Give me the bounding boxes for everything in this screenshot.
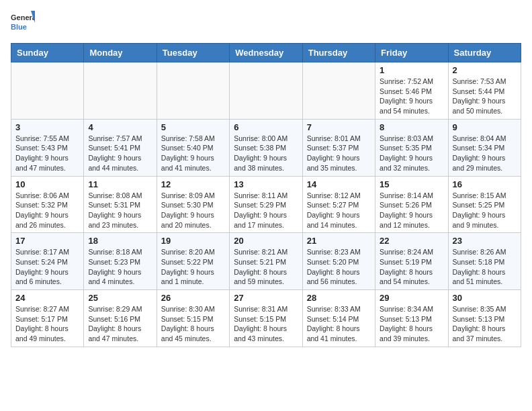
svg-text:General: General <box>11 13 35 21</box>
day-info: Sunrise: 8:03 AM Sunset: 5:35 PM Dayligh… <box>380 134 443 173</box>
calendar-cell: 24Sunrise: 8:27 AM Sunset: 5:17 PM Dayli… <box>11 290 84 347</box>
day-info: Sunrise: 8:20 AM Sunset: 5:22 PM Dayligh… <box>161 247 225 287</box>
calendar-cell: 15Sunrise: 8:14 AM Sunset: 5:26 PM Dayli… <box>375 176 448 233</box>
calendar-cell <box>230 62 302 120</box>
day-number: 14 <box>307 179 371 189</box>
day-number: 7 <box>307 122 371 132</box>
day-info: Sunrise: 8:01 AM Sunset: 5:37 PM Dayligh… <box>307 134 371 173</box>
calendar-cell: 4Sunrise: 7:57 AM Sunset: 5:41 PM Daylig… <box>84 119 157 176</box>
calendar-cell: 30Sunrise: 8:35 AM Sunset: 5:13 PM Dayli… <box>448 290 521 347</box>
day-info: Sunrise: 8:31 AM Sunset: 5:15 PM Dayligh… <box>234 304 298 344</box>
day-number: 20 <box>234 236 298 246</box>
day-number: 12 <box>161 179 225 189</box>
day-number: 15 <box>380 179 443 189</box>
day-info: Sunrise: 8:23 AM Sunset: 5:20 PM Dayligh… <box>307 247 371 287</box>
day-number: 5 <box>161 122 225 132</box>
day-info: Sunrise: 8:21 AM Sunset: 5:21 PM Dayligh… <box>234 247 298 287</box>
calendar-cell: 10Sunrise: 8:06 AM Sunset: 5:32 PM Dayli… <box>11 176 84 233</box>
calendar-cell: 7Sunrise: 8:01 AM Sunset: 5:37 PM Daylig… <box>302 119 375 176</box>
calendar-cell: 18Sunrise: 8:18 AM Sunset: 5:23 PM Dayli… <box>84 233 157 290</box>
calendar-cell: 19Sunrise: 8:20 AM Sunset: 5:22 PM Dayli… <box>157 233 229 290</box>
calendar-week-row: 17Sunrise: 8:17 AM Sunset: 5:24 PM Dayli… <box>11 233 521 290</box>
day-number: 17 <box>15 236 79 246</box>
day-info: Sunrise: 8:30 AM Sunset: 5:15 PM Dayligh… <box>161 304 225 344</box>
calendar-cell: 3Sunrise: 7:55 AM Sunset: 5:43 PM Daylig… <box>11 119 84 176</box>
day-info: Sunrise: 8:15 AM Sunset: 5:25 PM Dayligh… <box>453 191 517 230</box>
day-info: Sunrise: 8:34 AM Sunset: 5:13 PM Dayligh… <box>380 304 443 344</box>
day-info: Sunrise: 7:53 AM Sunset: 5:44 PM Dayligh… <box>453 77 517 116</box>
day-number: 13 <box>234 179 298 189</box>
day-number: 11 <box>88 179 152 189</box>
day-info: Sunrise: 8:18 AM Sunset: 5:23 PM Dayligh… <box>88 247 152 287</box>
day-number: 16 <box>453 179 517 189</box>
day-number: 19 <box>161 236 225 246</box>
logo: General Blue <box>11 11 35 35</box>
calendar-cell: 28Sunrise: 8:33 AM Sunset: 5:14 PM Dayli… <box>302 290 375 347</box>
day-info: Sunrise: 7:52 AM Sunset: 5:46 PM Dayligh… <box>380 77 443 116</box>
calendar-week-row: 24Sunrise: 8:27 AM Sunset: 5:17 PM Dayli… <box>11 290 521 347</box>
calendar-header-monday: Monday <box>84 44 157 62</box>
calendar-cell: 16Sunrise: 8:15 AM Sunset: 5:25 PM Dayli… <box>448 176 521 233</box>
day-info: Sunrise: 8:09 AM Sunset: 5:30 PM Dayligh… <box>161 191 225 230</box>
calendar-cell: 6Sunrise: 8:00 AM Sunset: 5:38 PM Daylig… <box>230 119 302 176</box>
day-info: Sunrise: 8:33 AM Sunset: 5:14 PM Dayligh… <box>307 304 371 344</box>
calendar-cell <box>302 62 375 120</box>
calendar-cell: 26Sunrise: 8:30 AM Sunset: 5:15 PM Dayli… <box>157 290 229 347</box>
calendar-week-row: 3Sunrise: 7:55 AM Sunset: 5:43 PM Daylig… <box>11 119 521 176</box>
day-info: Sunrise: 8:06 AM Sunset: 5:32 PM Dayligh… <box>15 191 79 230</box>
calendar-cell: 11Sunrise: 8:08 AM Sunset: 5:31 PM Dayli… <box>84 176 157 233</box>
calendar-cell: 17Sunrise: 8:17 AM Sunset: 5:24 PM Dayli… <box>11 233 84 290</box>
day-number: 4 <box>88 122 152 132</box>
calendar-header-row: SundayMondayTuesdayWednesdayThursdayFrid… <box>11 44 521 62</box>
day-info: Sunrise: 8:08 AM Sunset: 5:31 PM Dayligh… <box>88 191 152 230</box>
day-info: Sunrise: 7:55 AM Sunset: 5:43 PM Dayligh… <box>15 134 79 173</box>
calendar-cell: 9Sunrise: 8:04 AM Sunset: 5:34 PM Daylig… <box>448 119 521 176</box>
calendar-header-tuesday: Tuesday <box>157 44 229 62</box>
day-number: 18 <box>88 236 152 246</box>
calendar-cell: 14Sunrise: 8:12 AM Sunset: 5:27 PM Dayli… <box>302 176 375 233</box>
day-info: Sunrise: 8:35 AM Sunset: 5:13 PM Dayligh… <box>453 304 517 344</box>
day-info: Sunrise: 8:14 AM Sunset: 5:26 PM Dayligh… <box>380 191 443 230</box>
day-info: Sunrise: 8:24 AM Sunset: 5:19 PM Dayligh… <box>380 247 443 287</box>
day-info: Sunrise: 8:11 AM Sunset: 5:29 PM Dayligh… <box>234 191 298 230</box>
day-info: Sunrise: 8:04 AM Sunset: 5:34 PM Dayligh… <box>453 134 517 173</box>
day-number: 9 <box>453 122 517 132</box>
day-number: 8 <box>380 122 443 132</box>
calendar-header-thursday: Thursday <box>302 44 375 62</box>
calendar-week-row: 1Sunrise: 7:52 AM Sunset: 5:46 PM Daylig… <box>11 62 521 120</box>
calendar-cell: 21Sunrise: 8:23 AM Sunset: 5:20 PM Dayli… <box>302 233 375 290</box>
day-number: 22 <box>380 236 443 246</box>
calendar-cell: 12Sunrise: 8:09 AM Sunset: 5:30 PM Dayli… <box>157 176 229 233</box>
day-info: Sunrise: 8:00 AM Sunset: 5:38 PM Dayligh… <box>234 134 298 173</box>
calendar-cell <box>157 62 229 120</box>
day-info: Sunrise: 8:26 AM Sunset: 5:18 PM Dayligh… <box>453 247 517 287</box>
day-number: 29 <box>380 293 443 303</box>
day-number: 2 <box>453 65 517 75</box>
calendar-cell: 25Sunrise: 8:29 AM Sunset: 5:16 PM Dayli… <box>84 290 157 347</box>
day-info: Sunrise: 7:58 AM Sunset: 5:40 PM Dayligh… <box>161 134 225 173</box>
day-info: Sunrise: 8:17 AM Sunset: 5:24 PM Dayligh… <box>15 247 79 287</box>
calendar-cell: 2Sunrise: 7:53 AM Sunset: 5:44 PM Daylig… <box>448 62 521 120</box>
calendar-cell: 13Sunrise: 8:11 AM Sunset: 5:29 PM Dayli… <box>230 176 302 233</box>
calendar-cell: 29Sunrise: 8:34 AM Sunset: 5:13 PM Dayli… <box>375 290 448 347</box>
page-header: General Blue <box>11 11 521 35</box>
calendar-cell: 27Sunrise: 8:31 AM Sunset: 5:15 PM Dayli… <box>230 290 302 347</box>
day-number: 23 <box>453 236 517 246</box>
day-info: Sunrise: 8:12 AM Sunset: 5:27 PM Dayligh… <box>307 191 371 230</box>
day-number: 1 <box>380 65 443 75</box>
day-number: 28 <box>307 293 371 303</box>
calendar-header-friday: Friday <box>375 44 448 62</box>
calendar-header-saturday: Saturday <box>448 44 521 62</box>
day-number: 27 <box>234 293 298 303</box>
calendar-week-row: 10Sunrise: 8:06 AM Sunset: 5:32 PM Dayli… <box>11 176 521 233</box>
calendar-cell: 23Sunrise: 8:26 AM Sunset: 5:18 PM Dayli… <box>448 233 521 290</box>
calendar-cell: 20Sunrise: 8:21 AM Sunset: 5:21 PM Dayli… <box>230 233 302 290</box>
day-number: 30 <box>453 293 517 303</box>
day-number: 10 <box>15 179 79 189</box>
calendar-cell <box>11 62 84 120</box>
day-number: 21 <box>307 236 371 246</box>
day-number: 26 <box>161 293 225 303</box>
day-number: 6 <box>234 122 298 132</box>
calendar-table: SundayMondayTuesdayWednesdayThursdayFrid… <box>11 43 521 347</box>
day-number: 25 <box>88 293 152 303</box>
